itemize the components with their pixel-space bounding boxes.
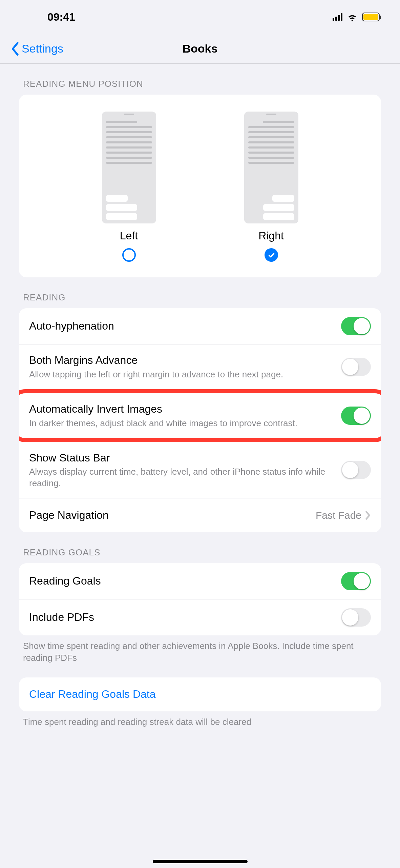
- menu-position-right[interactable]: Right: [244, 112, 298, 262]
- row-both-margins: Both Margins Advance Allow tapping the l…: [19, 344, 381, 389]
- highlighted-invert-images: Automatically Invert Images In darker th…: [19, 389, 381, 442]
- status-bar: 09:41: [0, 0, 400, 34]
- auto-hyphenation-label: Auto-hyphenation: [29, 319, 334, 333]
- section-header-goals: READING GOALS: [19, 532, 381, 563]
- back-button[interactable]: Settings: [10, 34, 63, 63]
- reading-goals-group: Reading Goals Include PDFs: [19, 563, 381, 635]
- home-indicator: [153, 860, 248, 863]
- clear-group: Clear Reading Goals Data: [19, 677, 381, 711]
- section-header-reading: READING: [19, 277, 381, 308]
- status-bar-sub: Always display current time, battery lev…: [29, 466, 334, 489]
- include-pdfs-toggle[interactable]: [341, 608, 371, 627]
- status-right: [333, 12, 380, 22]
- clear-reading-goals-button[interactable]: Clear Reading Goals Data: [19, 677, 381, 711]
- both-margins-label: Both Margins Advance: [29, 353, 334, 368]
- navbar: Settings Books: [0, 34, 400, 64]
- section-header-reading-menu: READING MENU POSITION: [19, 64, 381, 95]
- status-bar-label: Show Status Bar: [29, 451, 334, 465]
- row-page-navigation[interactable]: Page Navigation Fast Fade: [19, 498, 381, 532]
- chevron-right-icon: [365, 510, 371, 520]
- row-status-bar: Show Status Bar Always display current t…: [19, 442, 381, 498]
- wifi-icon: [347, 12, 357, 22]
- page-title: Books: [183, 42, 218, 55]
- both-margins-sub: Allow tapping the left or right margin t…: [29, 369, 334, 380]
- row-include-pdfs: Include PDFs: [19, 599, 381, 635]
- radio-unchecked-icon: [122, 248, 136, 262]
- reading-settings-group: Auto-hyphenation Both Margins Advance Al…: [19, 308, 381, 532]
- status-time: 09:41: [47, 11, 75, 23]
- clear-footer: Time spent reading and reading streak da…: [19, 711, 381, 730]
- reading-goals-toggle[interactable]: [341, 572, 371, 590]
- back-label: Settings: [22, 42, 63, 55]
- invert-images-toggle[interactable]: [341, 407, 371, 425]
- row-auto-hyphenation: Auto-hyphenation: [19, 308, 381, 344]
- menu-position-right-label: Right: [258, 230, 284, 242]
- page-navigation-label: Page Navigation: [29, 508, 309, 522]
- status-bar-toggle[interactable]: [341, 461, 371, 479]
- reading-goals-label: Reading Goals: [29, 574, 334, 588]
- menu-position-left[interactable]: Left: [102, 112, 156, 262]
- page-navigation-value: Fast Fade: [316, 510, 361, 521]
- battery-icon: [362, 13, 380, 21]
- cellular-icon: [333, 13, 342, 21]
- row-invert-images: Automatically Invert Images In darker th…: [19, 393, 381, 438]
- row-reading-goals: Reading Goals: [19, 563, 381, 599]
- invert-images-label: Automatically Invert Images: [29, 402, 334, 416]
- menu-position-right-preview: [244, 112, 298, 223]
- radio-checked-icon: [265, 248, 278, 262]
- chevron-left-icon: [10, 41, 20, 56]
- both-margins-toggle[interactable]: [341, 358, 371, 376]
- invert-images-sub: In darker themes, adjust black and white…: [29, 418, 334, 429]
- include-pdfs-label: Include PDFs: [29, 610, 334, 625]
- menu-position-left-preview: [102, 112, 156, 223]
- auto-hyphenation-toggle[interactable]: [341, 317, 371, 335]
- menu-position-left-label: Left: [120, 230, 138, 242]
- clear-reading-goals-label: Clear Reading Goals Data: [29, 687, 364, 702]
- goals-footer: Show time spent reading and other achiev…: [19, 635, 381, 666]
- reading-menu-position-group: Left Right: [19, 95, 381, 277]
